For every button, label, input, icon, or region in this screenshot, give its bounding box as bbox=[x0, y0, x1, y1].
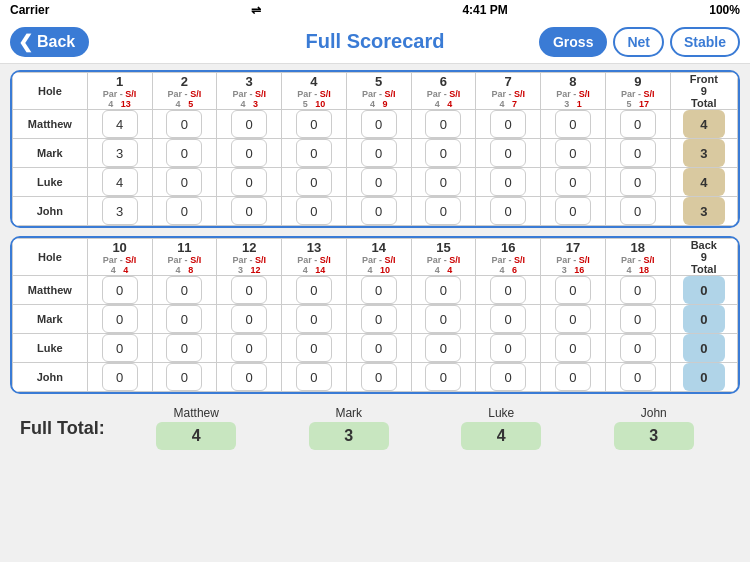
score-cell[interactable]: 0 bbox=[217, 197, 282, 226]
score-cell[interactable]: 0 bbox=[152, 168, 217, 197]
player-name-john: John bbox=[13, 197, 88, 226]
score-cell[interactable]: 0 bbox=[605, 276, 670, 305]
score-cell[interactable]: 0 bbox=[541, 197, 606, 226]
score-cell[interactable]: 4 bbox=[87, 110, 152, 139]
player-total-value: 3 bbox=[309, 422, 389, 450]
total-cell-mark: 3 bbox=[670, 139, 737, 168]
player-name-matthew: Matthew bbox=[13, 276, 88, 305]
score-cell[interactable]: 0 bbox=[152, 197, 217, 226]
score-cell[interactable]: 0 bbox=[87, 276, 152, 305]
score-cell[interactable]: 0 bbox=[346, 276, 411, 305]
player-total-value: 4 bbox=[461, 422, 541, 450]
score-cell[interactable]: 0 bbox=[282, 197, 347, 226]
score-cell[interactable]: 0 bbox=[152, 305, 217, 334]
hole-header-9: 9 Par - S/I 5 17 bbox=[605, 73, 670, 110]
player-name-luke: Luke bbox=[13, 334, 88, 363]
score-cell[interactable]: 0 bbox=[411, 168, 476, 197]
score-cell[interactable]: 3 bbox=[87, 197, 152, 226]
hole-header-17: 17 Par - S/I 3 16 bbox=[541, 239, 606, 276]
score-cell[interactable]: 0 bbox=[476, 197, 541, 226]
score-cell[interactable]: 0 bbox=[541, 363, 606, 392]
score-cell[interactable]: 0 bbox=[476, 276, 541, 305]
total-cell-luke: 0 bbox=[670, 334, 737, 363]
score-cell[interactable]: 0 bbox=[605, 305, 670, 334]
score-cell[interactable]: 0 bbox=[541, 305, 606, 334]
tab-stable[interactable]: Stable bbox=[670, 27, 740, 57]
back-button[interactable]: ❮ Back bbox=[10, 27, 89, 57]
score-cell[interactable]: 0 bbox=[217, 305, 282, 334]
score-cell[interactable]: 0 bbox=[411, 363, 476, 392]
score-cell[interactable]: 0 bbox=[411, 334, 476, 363]
score-cell[interactable]: 0 bbox=[476, 363, 541, 392]
hole-header-1: 1 Par - S/I 4 13 bbox=[87, 73, 152, 110]
front-nine-section: Hole 1 Par - S/I 4 13 2 Par - S/I 4 5 3 … bbox=[10, 70, 740, 228]
score-cell[interactable]: 0 bbox=[541, 168, 606, 197]
score-cell[interactable]: 0 bbox=[217, 334, 282, 363]
score-cell[interactable]: 0 bbox=[411, 197, 476, 226]
score-cell[interactable]: 0 bbox=[476, 110, 541, 139]
score-cell[interactable]: 0 bbox=[411, 110, 476, 139]
score-cell[interactable]: 0 bbox=[605, 363, 670, 392]
score-cell[interactable]: 0 bbox=[346, 363, 411, 392]
score-cell[interactable]: 0 bbox=[605, 168, 670, 197]
player-total-name: John bbox=[641, 406, 667, 420]
score-cell[interactable]: 0 bbox=[346, 168, 411, 197]
score-cell[interactable]: 0 bbox=[605, 110, 670, 139]
hole-header-8: 8 Par - S/I 3 1 bbox=[541, 73, 606, 110]
tab-net[interactable]: Net bbox=[613, 27, 664, 57]
full-total-section: Full Total: Matthew 4 Mark 3 Luke 4 John… bbox=[10, 402, 740, 454]
score-cell[interactable]: 0 bbox=[282, 276, 347, 305]
score-cell[interactable]: 0 bbox=[411, 305, 476, 334]
score-cell[interactable]: 0 bbox=[87, 334, 152, 363]
score-cell[interactable]: 0 bbox=[152, 110, 217, 139]
score-cell[interactable]: 0 bbox=[605, 197, 670, 226]
score-cell[interactable]: 0 bbox=[217, 363, 282, 392]
score-cell[interactable]: 0 bbox=[217, 139, 282, 168]
score-cell[interactable]: 3 bbox=[87, 139, 152, 168]
score-cell[interactable]: 0 bbox=[346, 139, 411, 168]
score-cell[interactable]: 0 bbox=[411, 139, 476, 168]
score-cell[interactable]: 0 bbox=[282, 334, 347, 363]
score-cell[interactable]: 0 bbox=[152, 276, 217, 305]
score-cell[interactable]: 0 bbox=[282, 305, 347, 334]
score-cell[interactable]: 0 bbox=[152, 363, 217, 392]
total-cell-john: 3 bbox=[670, 197, 737, 226]
tab-gross[interactable]: Gross bbox=[539, 27, 607, 57]
full-total-col-matthew: Matthew 4 bbox=[120, 406, 273, 450]
score-cell[interactable]: 0 bbox=[282, 168, 347, 197]
score-cell[interactable]: 0 bbox=[217, 276, 282, 305]
score-cell[interactable]: 0 bbox=[87, 363, 152, 392]
score-cell[interactable]: 0 bbox=[152, 334, 217, 363]
score-cell[interactable]: 0 bbox=[605, 139, 670, 168]
score-cell[interactable]: 0 bbox=[217, 110, 282, 139]
score-cell[interactable]: 0 bbox=[152, 139, 217, 168]
back-chevron-icon: ❮ bbox=[18, 33, 33, 51]
score-cell[interactable]: 0 bbox=[217, 168, 282, 197]
score-cell[interactable]: 0 bbox=[476, 168, 541, 197]
score-cell[interactable]: 0 bbox=[411, 276, 476, 305]
score-cell[interactable]: 0 bbox=[541, 334, 606, 363]
score-cell[interactable]: 0 bbox=[541, 276, 606, 305]
score-cell[interactable]: 0 bbox=[476, 305, 541, 334]
score-cell[interactable]: 0 bbox=[541, 139, 606, 168]
score-cell[interactable]: 0 bbox=[476, 334, 541, 363]
score-cell[interactable]: 0 bbox=[87, 305, 152, 334]
score-cell[interactable]: 0 bbox=[282, 110, 347, 139]
score-cell[interactable]: 0 bbox=[346, 334, 411, 363]
score-cell[interactable]: 0 bbox=[282, 139, 347, 168]
section-total-header: Front9Total bbox=[670, 73, 737, 110]
hole-header-18: 18 Par - S/I 4 18 bbox=[605, 239, 670, 276]
score-cell[interactable]: 4 bbox=[87, 168, 152, 197]
score-cell[interactable]: 0 bbox=[346, 110, 411, 139]
carrier-label: Carrier bbox=[10, 3, 49, 17]
score-cell[interactable]: 0 bbox=[476, 139, 541, 168]
hole-header-14: 14 Par - S/I 4 10 bbox=[346, 239, 411, 276]
hole-header-2: 2 Par - S/I 4 5 bbox=[152, 73, 217, 110]
score-cell[interactable]: 0 bbox=[605, 334, 670, 363]
hole-header-10: 10 Par - S/I 4 4 bbox=[87, 239, 152, 276]
score-cell[interactable]: 0 bbox=[346, 197, 411, 226]
score-cell[interactable]: 0 bbox=[346, 305, 411, 334]
score-cell[interactable]: 0 bbox=[282, 363, 347, 392]
score-cell[interactable]: 0 bbox=[541, 110, 606, 139]
player-total-name: Mark bbox=[335, 406, 362, 420]
